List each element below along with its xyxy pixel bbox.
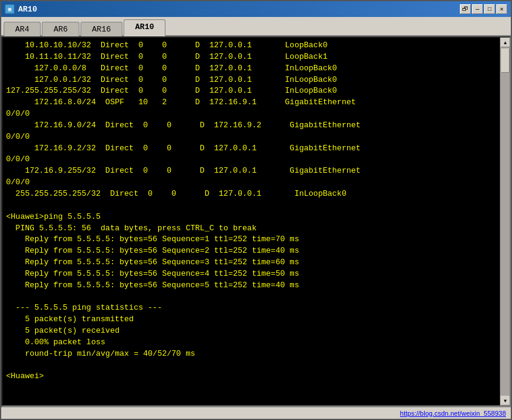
content-area: 10.10.10.10/32 Direct 0 0 D 127.0.0.1 Lo… — [1, 36, 511, 407]
terminal-output[interactable]: 10.10.10.10/32 Direct 0 0 D 127.0.0.1 Lo… — [2, 38, 500, 405]
scroll-thumb[interactable] — [501, 48, 510, 73]
minimize-button[interactable]: — — [472, 4, 483, 14]
tab-ar6[interactable]: AR6 — [42, 22, 79, 36]
scroll-up-button[interactable]: ▲ — [500, 38, 510, 47]
tab-bar: AR4 AR6 AR16 AR10 — [1, 17, 511, 36]
scroll-down-button[interactable]: ▼ — [500, 396, 510, 405]
title-bar: ▣ AR10 🗗 — □ ✕ — [1, 1, 511, 17]
close-button[interactable]: ✕ — [496, 4, 507, 14]
restore-button[interactable]: 🗗 — [460, 4, 471, 14]
tab-ar10[interactable]: AR10 — [124, 19, 165, 36]
main-window: ▣ AR10 🗗 — □ ✕ AR4 AR6 AR16 AR10 10.10.1… — [0, 0, 512, 420]
tab-ar16[interactable]: AR16 — [81, 22, 122, 36]
window-icon: ▣ — [5, 4, 15, 14]
window-title: AR10 — [18, 5, 37, 14]
title-controls: 🗗 — □ ✕ — [460, 4, 507, 14]
scrollbar: ▲ ▼ — [500, 38, 510, 405]
title-bar-left: ▣ AR10 — [5, 4, 37, 14]
status-link[interactable]: https://blog.csdn.net/weixin_558938 — [400, 410, 506, 417]
status-bar: https://blog.csdn.net/weixin_558938 — [1, 407, 511, 419]
scroll-track[interactable] — [500, 47, 510, 396]
maximize-button[interactable]: □ — [484, 4, 495, 14]
tab-ar4[interactable]: AR4 — [4, 22, 41, 36]
